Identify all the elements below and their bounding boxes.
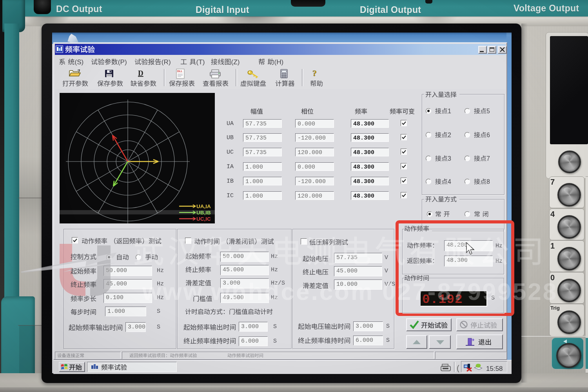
svg-text:DLL: DLL — [177, 70, 183, 73]
svg-text:?: ? — [312, 68, 317, 78]
svg-text:D: D — [138, 69, 143, 77]
